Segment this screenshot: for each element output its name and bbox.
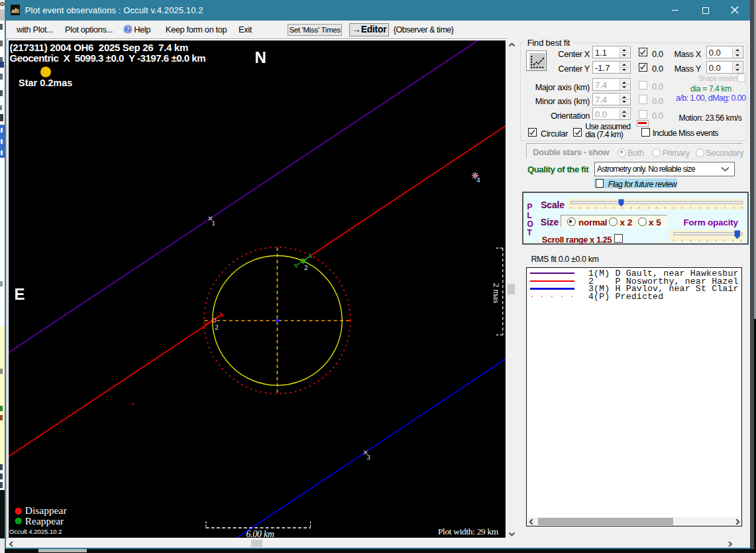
svg-text:2: 2	[215, 323, 219, 331]
svg-text:2: 2	[304, 263, 308, 271]
svg-text:Occult 4.2025.10.2: Occult 4.2025.10.2	[9, 528, 62, 535]
svg-text:N: N	[254, 48, 266, 66]
svg-text:6.00 km: 6.00 km	[246, 529, 274, 538]
svg-text:Geocentric X 5099.3 ±0.0 Y: Geocentric X 5099.3 ±0.0 Y -3197.6 ±0.0 …	[10, 52, 206, 64]
svg-text:?: ?	[126, 25, 129, 32]
svg-text:1: 1	[211, 220, 215, 227]
svg-text:E: E	[14, 285, 25, 303]
svg-text:2 mas: 2 mas	[491, 283, 501, 304]
svg-text:Reappear: Reappear	[25, 515, 64, 526]
svg-text:4: 4	[476, 177, 480, 184]
svg-text:3: 3	[366, 454, 370, 461]
svg-text:Star 0.2mas: Star 0.2mas	[19, 78, 72, 88]
svg-text:Plot width: 29 km: Plot width: 29 km	[438, 526, 499, 536]
